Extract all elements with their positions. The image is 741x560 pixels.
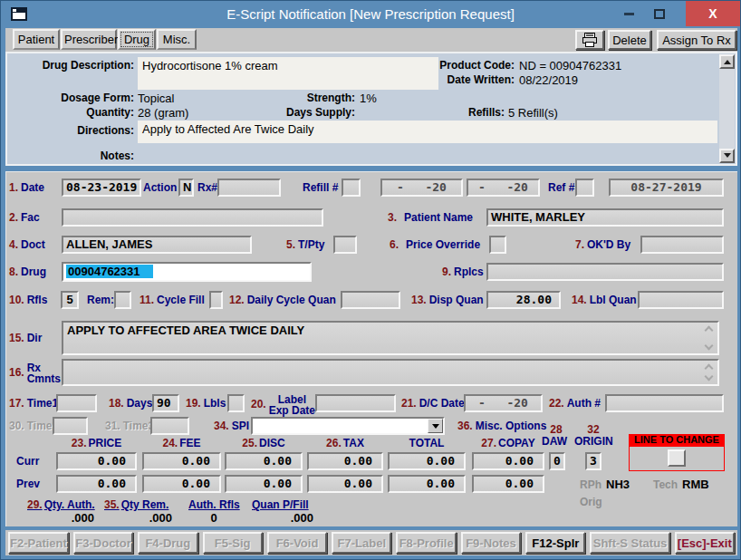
rplcs-field[interactable]: [486, 263, 724, 281]
tech-initials: RMB: [682, 478, 709, 491]
curr-price-field[interactable]: 0.00: [56, 452, 137, 470]
rx-number-label: Rx#: [197, 179, 217, 197]
time1-field[interactable]: [56, 394, 97, 412]
spi-label: 34.SPI: [214, 417, 249, 435]
date-label: 1.Date: [9, 179, 44, 197]
drug-description-value: Hydrocortisone 1% cream: [138, 57, 438, 90]
tpty-field[interactable]: [333, 236, 357, 254]
price-header: 23.PRICE: [56, 437, 137, 449]
action-field[interactable]: N: [178, 179, 194, 197]
qty-rem-value: .000: [132, 511, 172, 525]
curr-tax-field[interactable]: 0.00: [307, 452, 383, 470]
daw-header: DAW: [542, 435, 567, 448]
chevron-down-icon[interactable]: [705, 342, 714, 351]
misc-options-label: 36.Misc. Options: [457, 417, 546, 435]
arrow-down-icon: [724, 153, 731, 161]
lbls-field[interactable]: [227, 394, 245, 412]
curr-copay-field[interactable]: 0.00: [472, 452, 544, 470]
price-override-field[interactable]: [489, 236, 506, 254]
auth-rfls-value: 0: [188, 511, 239, 525]
minimize-button[interactable]: [617, 1, 640, 26]
tab-drug[interactable]: Drug: [118, 29, 156, 50]
f4-drug-button: F4-Drug: [138, 532, 197, 554]
close-button[interactable]: X: [686, 1, 740, 26]
disp-quan-field[interactable]: 28.00: [486, 291, 561, 309]
esc-exit-button[interactable]: [Esc]-Exit: [675, 532, 735, 554]
panel-scrollbar[interactable]: [719, 54, 735, 163]
function-key-bar: F2-Patient F3-Doctor F4-Drug F5-Sig F6-V…: [5, 530, 737, 555]
rx-number-field[interactable]: [217, 179, 281, 197]
escript-window: E-Script Notification [New Prescription …: [0, 0, 741, 560]
rfls-label: 10.Rfls: [9, 291, 47, 309]
f12-splr-button[interactable]: F12-Splr: [525, 532, 585, 554]
assign-to-rx-button[interactable]: Assign To Rx: [657, 30, 736, 50]
delete-button[interactable]: Delete: [608, 30, 651, 50]
curr-total-field[interactable]: 0.00: [388, 452, 466, 470]
scroll-up-button[interactable]: [719, 54, 735, 69]
tab-prescriber[interactable]: Prescriber: [61, 29, 117, 50]
daw-field[interactable]: 0: [549, 452, 565, 470]
price-override-label: 6.Price Override: [390, 236, 480, 254]
dropdown-button[interactable]: [428, 419, 443, 433]
blank-date-field-2: - -20: [467, 179, 540, 197]
date-written-value: 08/22/2019: [519, 73, 578, 87]
drug-field[interactable]: 00904762331: [62, 262, 312, 282]
origin-field[interactable]: 3: [585, 452, 601, 470]
expiration-date-field: 08-27-2019: [609, 179, 724, 197]
ref-number-field[interactable]: [575, 179, 594, 197]
f9-notes-button: F9-Notes: [461, 532, 521, 554]
maximize-button[interactable]: [648, 1, 671, 26]
date-field[interactable]: 08-23-2019: [62, 179, 141, 197]
strength-value: 1%: [360, 92, 377, 105]
auth-rfls-label: Auth. Rfls: [188, 498, 240, 511]
tech-label: Tech: [653, 478, 678, 491]
printer-icon: [581, 33, 599, 48]
line-to-change-box: [629, 446, 725, 471]
fac-field[interactable]: [62, 208, 323, 227]
disp-quan-label: 13.Disp Quan: [411, 291, 484, 309]
daw-number: 28: [544, 423, 568, 436]
dosage-form-label: Dosage Form:: [14, 92, 134, 104]
tab-strip: Patient Prescriber Drug Misc. Delete Ass…: [5, 28, 737, 52]
curr-disc-field[interactable]: 0.00: [225, 452, 303, 470]
daily-cycle-quan-field[interactable]: [341, 291, 400, 309]
tab-misc[interactable]: Misc.: [157, 29, 197, 50]
prev-row-label: Prev: [16, 475, 40, 493]
doctor-field[interactable]: ALLEN, JAMES: [62, 236, 252, 254]
line-to-change-field[interactable]: [668, 449, 686, 467]
lbl-quan-field[interactable]: [638, 291, 724, 309]
f8-profile-button: F8-Profile: [396, 532, 456, 554]
cycle-fill-field[interactable]: [209, 291, 223, 309]
f2-patient-button: F2-Patient: [8, 532, 69, 554]
f3-doctor-button: F3-Doctor: [73, 532, 133, 554]
rph-label: RPh: [580, 478, 601, 491]
drug-description-label: Drug Description:: [14, 59, 134, 72]
quan-pfill-label: Quan P/Fill: [252, 498, 309, 511]
curr-fee-field[interactable]: 0.00: [142, 452, 221, 470]
chevron-up-icon[interactable]: [705, 326, 714, 335]
auth-number-field[interactable]: [605, 394, 724, 412]
refill-number-field[interactable]: [342, 179, 361, 197]
rx-cmnts-field[interactable]: [62, 359, 719, 386]
rem-field[interactable]: [114, 291, 131, 309]
rfls-field[interactable]: 5: [61, 291, 79, 309]
product-code-value: ND = 00904762331: [519, 59, 621, 72]
scroll-down-button[interactable]: [719, 149, 735, 163]
selected-text: 00904762331: [66, 265, 153, 278]
chevron-down-icon[interactable]: [705, 372, 714, 381]
origin-number: 32: [582, 423, 605, 436]
okd-by-field[interactable]: [640, 236, 724, 254]
label-exp-date-field[interactable]: [315, 394, 396, 412]
spi-dropdown[interactable]: [251, 417, 445, 435]
days-field[interactable]: 90: [152, 394, 179, 412]
tab-patient[interactable]: Patient: [13, 29, 60, 50]
rplcs-label: 9.Rplcs: [442, 263, 484, 281]
doctor-label: 4.Doct: [9, 236, 45, 254]
cycle-fill-label: 11.Cycle Fill: [140, 291, 205, 309]
time1-label: 17.Time1: [9, 394, 58, 412]
patient-name-field[interactable]: WHITE, MARLEY: [486, 208, 724, 227]
qty-rem-label: 35.Qty Rem.: [104, 498, 168, 511]
patient-name-label: 3.Patient Name: [388, 208, 473, 227]
print-button[interactable]: [575, 30, 604, 50]
dir-field[interactable]: APPLY TO AFFECTED AREA TWICE DAILY: [62, 321, 719, 355]
